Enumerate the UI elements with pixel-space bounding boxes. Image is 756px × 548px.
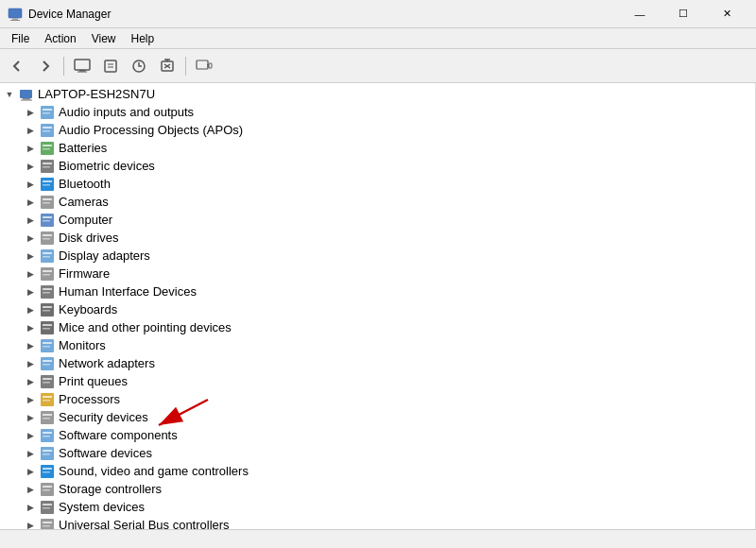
- toolbar-forward[interactable]: [32, 54, 59, 78]
- item-label-8: Display adapters: [57, 248, 150, 263]
- toolbar-scan[interactable]: [191, 54, 217, 78]
- toolbar-uninstall[interactable]: [154, 54, 180, 78]
- tree-item[interactable]: ▶ Security devices: [0, 408, 755, 426]
- tree-panel[interactable]: ▼ LAPTOP-ESH2SN7U ▶ Audio inputs and out…: [0, 83, 756, 529]
- title-bar-text: Device Manager: [28, 8, 618, 21]
- tree-item[interactable]: ▶ Universal Serial Bus controllers: [0, 516, 755, 529]
- toolbar-back[interactable]: [4, 54, 30, 78]
- item-label-17: Security devices: [57, 410, 148, 424]
- expand-btn-12[interactable]: ▶: [23, 320, 38, 335]
- tree-item[interactable]: ▶ System devices: [0, 498, 755, 516]
- item-icon-23: [40, 518, 55, 530]
- expand-btn-4[interactable]: ▶: [23, 177, 38, 192]
- tree-item[interactable]: ▶ Biometric devices: [0, 157, 755, 175]
- close-button[interactable]: ✕: [705, 0, 748, 28]
- svg-rect-86: [43, 486, 52, 488]
- tree-item[interactable]: ▶ Processors: [0, 390, 755, 408]
- tree-item[interactable]: ▶ Batteries: [0, 139, 755, 157]
- expand-btn-8[interactable]: ▶: [23, 248, 38, 264]
- tree-item[interactable]: ▶ Audio inputs and outputs: [0, 103, 755, 121]
- main-content: ▼ LAPTOP-ESH2SN7U ▶ Audio inputs and out…: [0, 83, 756, 529]
- expand-btn-5[interactable]: ▶: [23, 195, 38, 210]
- tree-item[interactable]: ▶ Storage controllers: [0, 480, 755, 498]
- svg-rect-0: [9, 9, 22, 18]
- item-label-0: Audio inputs and outputs: [57, 105, 194, 119]
- tree-item[interactable]: ▶ Sound, video and game controllers: [0, 462, 755, 480]
- tree-item[interactable]: ▶ Cameras: [0, 193, 755, 211]
- item-icon-19: [40, 446, 55, 461]
- expand-btn-20[interactable]: ▶: [23, 464, 38, 479]
- svg-rect-41: [43, 216, 52, 218]
- tree-root[interactable]: ▼ LAPTOP-ESH2SN7U: [0, 85, 755, 103]
- svg-rect-16: [209, 63, 212, 68]
- maximize-button[interactable]: ☐: [662, 0, 705, 28]
- expand-btn-19[interactable]: ▶: [23, 446, 38, 461]
- toolbar-sep1: [63, 57, 64, 76]
- tree-item[interactable]: ▶ Print queues: [0, 372, 755, 390]
- expand-btn-3[interactable]: ▶: [23, 159, 38, 174]
- svg-rect-26: [43, 127, 52, 128]
- expand-btn-21[interactable]: ▶: [23, 482, 38, 497]
- expand-btn-7[interactable]: ▶: [23, 231, 38, 246]
- expand-btn-16[interactable]: ▶: [23, 392, 38, 407]
- toolbar-computer[interactable]: [69, 54, 95, 78]
- expand-btn-10[interactable]: ▶: [23, 284, 38, 300]
- expand-btn-9[interactable]: ▶: [23, 266, 38, 282]
- menu-view[interactable]: View: [84, 30, 124, 47]
- svg-rect-71: [43, 396, 52, 398]
- tree-item[interactable]: ▶ Network adapters: [0, 354, 755, 372]
- item-icon-15: [40, 374, 55, 389]
- tree-item[interactable]: ▶ Software components: [0, 426, 755, 444]
- svg-rect-83: [43, 468, 52, 470]
- item-label-21: Storage controllers: [57, 482, 162, 496]
- tree-item[interactable]: ▶ Disk drives: [0, 229, 755, 247]
- item-icon-3: [40, 159, 55, 174]
- expand-btn-0[interactable]: ▶: [23, 105, 38, 120]
- minimize-button[interactable]: —: [618, 0, 662, 28]
- toolbar-update-driver[interactable]: [126, 54, 152, 78]
- tree-item[interactable]: ▶ Firmware: [0, 265, 755, 283]
- tree-item[interactable]: ▶ Computer: [0, 211, 755, 229]
- expand-btn-23[interactable]: ▶: [23, 518, 38, 530]
- item-label-6: Computer: [57, 213, 112, 227]
- svg-rect-65: [43, 360, 52, 362]
- item-label-12: Mice and other pointing devices: [57, 320, 232, 334]
- expand-btn-2[interactable]: ▶: [23, 141, 38, 156]
- tree-item[interactable]: ▶ Monitors: [0, 336, 755, 354]
- expand-btn-1[interactable]: ▶: [23, 123, 38, 138]
- expand-btn-15[interactable]: ▶: [23, 374, 38, 389]
- expand-btn-17[interactable]: ▶: [23, 410, 38, 425]
- item-icon-6: [40, 213, 55, 228]
- expand-btn-14[interactable]: ▶: [23, 356, 38, 371]
- expand-btn-13[interactable]: ▶: [23, 338, 38, 353]
- item-label-3: Biometric devices: [57, 159, 155, 173]
- item-icon-18: [40, 428, 55, 443]
- title-bar-controls: — ☐ ✕: [618, 0, 748, 28]
- toolbar-properties[interactable]: [97, 54, 124, 78]
- menu-action[interactable]: Action: [37, 30, 83, 47]
- tree-item[interactable]: ▶ Mice and other pointing devices: [0, 318, 755, 336]
- svg-rect-53: [43, 288, 52, 290]
- status-bar: [0, 529, 756, 548]
- expand-btn-22[interactable]: ▶: [23, 500, 38, 515]
- tree-item[interactable]: ▶ Software devices: [0, 444, 755, 462]
- expand-root[interactable]: ▼: [2, 87, 17, 102]
- menu-help[interactable]: Help: [124, 30, 163, 47]
- tree-item[interactable]: ▶ Human Interface Devices: [0, 283, 755, 300]
- tree-item[interactable]: ▶ Bluetooth: [0, 175, 755, 193]
- svg-rect-44: [43, 234, 52, 236]
- expand-btn-6[interactable]: ▶: [23, 213, 38, 228]
- svg-rect-29: [43, 145, 52, 146]
- tree-item[interactable]: ▶ Display adapters: [0, 247, 755, 265]
- item-label-11: Keyboards: [57, 302, 117, 317]
- svg-rect-33: [43, 166, 50, 168]
- tree-item[interactable]: ▶ Audio Processing Objects (APOs): [0, 121, 755, 139]
- item-icon-14: [40, 356, 55, 371]
- tree-item[interactable]: ▶ Keyboards: [0, 300, 755, 318]
- svg-rect-27: [43, 130, 50, 132]
- expand-btn-18[interactable]: ▶: [23, 428, 38, 443]
- item-icon-13: [40, 338, 55, 353]
- expand-btn-11[interactable]: ▶: [23, 302, 38, 317]
- item-label-14: Network adapters: [57, 356, 155, 370]
- menu-file[interactable]: File: [4, 30, 37, 47]
